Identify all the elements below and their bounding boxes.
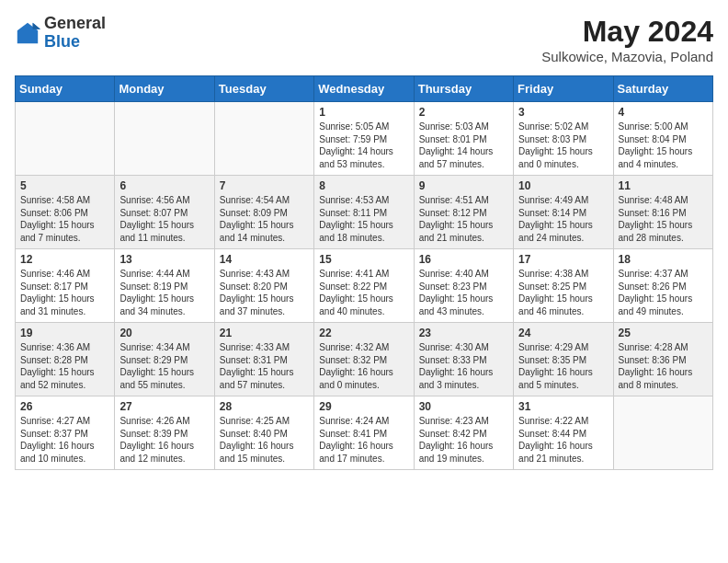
calendar-cell: 5Sunrise: 4:58 AM Sunset: 8:06 PM Daylig…: [16, 176, 115, 249]
calendar-week-row: 5Sunrise: 4:58 AM Sunset: 8:06 PM Daylig…: [16, 176, 713, 249]
calendar-week-row: 19Sunrise: 4:36 AM Sunset: 8:28 PM Dayli…: [16, 323, 713, 396]
calendar-cell: 19Sunrise: 4:36 AM Sunset: 8:28 PM Dayli…: [16, 323, 115, 396]
day-info: Sunrise: 4:40 AM Sunset: 8:23 PM Dayligh…: [419, 268, 508, 317]
weekday-header-row: SundayMondayTuesdayWednesdayThursdayFrid…: [16, 76, 713, 102]
day-number: 26: [20, 400, 109, 413]
day-info: Sunrise: 4:46 AM Sunset: 8:17 PM Dayligh…: [20, 268, 109, 317]
day-info: Sunrise: 4:49 AM Sunset: 8:14 PM Dayligh…: [518, 194, 608, 244]
day-number: 3: [518, 106, 608, 119]
day-info: Sunrise: 4:51 AM Sunset: 8:12 PM Dayligh…: [419, 194, 508, 244]
title-block: May 2024 Sulkowice, Mazovia, Poland: [541, 15, 713, 64]
day-info: Sunrise: 4:28 AM Sunset: 8:36 PM Dayligh…: [619, 341, 708, 391]
day-number: 28: [220, 400, 309, 413]
calendar-cell: 31Sunrise: 4:22 AM Sunset: 8:44 PM Dayli…: [514, 396, 613, 470]
calendar-cell: 26Sunrise: 4:27 AM Sunset: 8:37 PM Dayli…: [16, 396, 115, 470]
calendar-cell: 12Sunrise: 4:46 AM Sunset: 8:17 PM Dayli…: [16, 249, 115, 323]
day-number: 5: [20, 179, 109, 192]
day-info: Sunrise: 4:34 AM Sunset: 8:29 PM Dayligh…: [119, 341, 209, 391]
day-number: 4: [619, 106, 708, 119]
day-number: 23: [419, 327, 508, 339]
calendar-cell: 1Sunrise: 5:05 AM Sunset: 7:59 PM Daylig…: [314, 102, 414, 176]
calendar-cell: 25Sunrise: 4:28 AM Sunset: 8:36 PM Dayli…: [613, 323, 712, 396]
calendar-week-row: 26Sunrise: 4:27 AM Sunset: 8:37 PM Dayli…: [16, 396, 713, 470]
weekday-header-monday: Monday: [115, 76, 214, 102]
day-number: 30: [419, 400, 508, 413]
calendar-cell: [613, 396, 712, 470]
day-info: Sunrise: 4:23 AM Sunset: 8:42 PM Dayligh…: [419, 415, 508, 465]
day-number: 2: [419, 106, 508, 119]
day-number: 7: [220, 179, 309, 192]
day-info: Sunrise: 4:25 AM Sunset: 8:40 PM Dayligh…: [220, 415, 309, 465]
day-info: Sunrise: 4:41 AM Sunset: 8:22 PM Dayligh…: [319, 268, 408, 317]
calendar-cell: 18Sunrise: 4:37 AM Sunset: 8:26 PM Dayli…: [613, 249, 712, 323]
day-info: Sunrise: 5:03 AM Sunset: 8:01 PM Dayligh…: [419, 121, 508, 170]
calendar-cell: 8Sunrise: 4:53 AM Sunset: 8:11 PM Daylig…: [314, 176, 414, 249]
day-number: 1: [319, 106, 408, 119]
day-info: Sunrise: 4:30 AM Sunset: 8:33 PM Dayligh…: [419, 341, 508, 391]
day-info: Sunrise: 4:38 AM Sunset: 8:25 PM Dayligh…: [518, 268, 608, 317]
calendar-cell: 3Sunrise: 5:02 AM Sunset: 8:03 PM Daylig…: [514, 102, 613, 176]
location-text: Sulkowice, Mazovia, Poland: [541, 49, 713, 64]
day-number: 17: [518, 253, 608, 266]
calendar-cell: 2Sunrise: 5:03 AM Sunset: 8:01 PM Daylig…: [414, 102, 513, 176]
weekday-header-tuesday: Tuesday: [214, 76, 313, 102]
day-number: 8: [319, 179, 408, 192]
day-info: Sunrise: 4:56 AM Sunset: 8:07 PM Dayligh…: [119, 194, 209, 244]
calendar-cell: [115, 102, 214, 176]
day-number: 20: [119, 327, 209, 339]
calendar-cell: 10Sunrise: 4:49 AM Sunset: 8:14 PM Dayli…: [514, 176, 613, 249]
weekday-header-wednesday: Wednesday: [314, 76, 414, 102]
day-info: Sunrise: 4:53 AM Sunset: 8:11 PM Dayligh…: [319, 194, 408, 244]
day-number: 9: [419, 179, 508, 192]
day-info: Sunrise: 4:32 AM Sunset: 8:32 PM Dayligh…: [319, 341, 408, 391]
day-info: Sunrise: 5:00 AM Sunset: 8:04 PM Dayligh…: [619, 121, 708, 170]
day-info: Sunrise: 4:26 AM Sunset: 8:39 PM Dayligh…: [119, 415, 209, 465]
day-number: 16: [419, 253, 508, 266]
day-number: 11: [619, 179, 708, 192]
calendar-cell: 14Sunrise: 4:43 AM Sunset: 8:20 PM Dayli…: [214, 249, 313, 323]
day-number: 6: [119, 179, 209, 192]
day-info: Sunrise: 4:37 AM Sunset: 8:26 PM Dayligh…: [619, 268, 708, 317]
day-info: Sunrise: 4:44 AM Sunset: 8:19 PM Dayligh…: [119, 268, 209, 317]
calendar-week-row: 1Sunrise: 5:05 AM Sunset: 7:59 PM Daylig…: [16, 102, 713, 176]
day-info: Sunrise: 4:43 AM Sunset: 8:20 PM Dayligh…: [220, 268, 309, 317]
calendar-cell: 17Sunrise: 4:38 AM Sunset: 8:25 PM Dayli…: [514, 249, 613, 323]
calendar-cell: 4Sunrise: 5:00 AM Sunset: 8:04 PM Daylig…: [613, 102, 712, 176]
day-info: Sunrise: 4:27 AM Sunset: 8:37 PM Dayligh…: [20, 415, 109, 465]
calendar-cell: 28Sunrise: 4:25 AM Sunset: 8:40 PM Dayli…: [214, 396, 313, 470]
calendar-cell: 13Sunrise: 4:44 AM Sunset: 8:19 PM Dayli…: [115, 249, 214, 323]
logo-general-text: General: [44, 15, 106, 33]
month-year-title: May 2024: [541, 15, 713, 49]
day-number: 21: [220, 327, 309, 339]
calendar-cell: 6Sunrise: 4:56 AM Sunset: 8:07 PM Daylig…: [115, 176, 214, 249]
day-number: 10: [518, 179, 608, 192]
day-number: 24: [518, 327, 608, 339]
calendar-cell: 21Sunrise: 4:33 AM Sunset: 8:31 PM Dayli…: [214, 323, 313, 396]
day-info: Sunrise: 4:24 AM Sunset: 8:41 PM Dayligh…: [319, 415, 408, 465]
day-info: Sunrise: 4:54 AM Sunset: 8:09 PM Dayligh…: [220, 194, 309, 244]
calendar-cell: 29Sunrise: 4:24 AM Sunset: 8:41 PM Dayli…: [314, 396, 414, 470]
day-number: 31: [518, 400, 608, 413]
logo-icon: [15, 20, 40, 46]
day-info: Sunrise: 5:02 AM Sunset: 8:03 PM Dayligh…: [518, 121, 608, 170]
calendar-cell: 30Sunrise: 4:23 AM Sunset: 8:42 PM Dayli…: [414, 396, 513, 470]
logo: General Blue: [15, 15, 106, 52]
svg-marker-2: [33, 23, 40, 29]
day-number: 12: [20, 253, 109, 266]
calendar-cell: 20Sunrise: 4:34 AM Sunset: 8:29 PM Dayli…: [115, 323, 214, 396]
calendar-cell: 23Sunrise: 4:30 AM Sunset: 8:33 PM Dayli…: [414, 323, 513, 396]
calendar-cell: 15Sunrise: 4:41 AM Sunset: 8:22 PM Dayli…: [314, 249, 414, 323]
day-number: 14: [220, 253, 309, 266]
weekday-header-friday: Friday: [514, 76, 613, 102]
day-number: 19: [20, 327, 109, 339]
day-info: Sunrise: 4:33 AM Sunset: 8:31 PM Dayligh…: [220, 341, 309, 391]
day-number: 18: [619, 253, 708, 266]
day-number: 29: [319, 400, 408, 413]
logo-blue-text: Blue: [44, 33, 106, 52]
weekday-header-sunday: Sunday: [16, 76, 115, 102]
calendar-cell: 7Sunrise: 4:54 AM Sunset: 8:09 PM Daylig…: [214, 176, 313, 249]
day-number: 22: [319, 327, 408, 339]
calendar-cell: 11Sunrise: 4:48 AM Sunset: 8:16 PM Dayli…: [613, 176, 712, 249]
calendar-table: SundayMondayTuesdayWednesdayThursdayFrid…: [15, 75, 713, 470]
calendar-cell: 22Sunrise: 4:32 AM Sunset: 8:32 PM Dayli…: [314, 323, 414, 396]
